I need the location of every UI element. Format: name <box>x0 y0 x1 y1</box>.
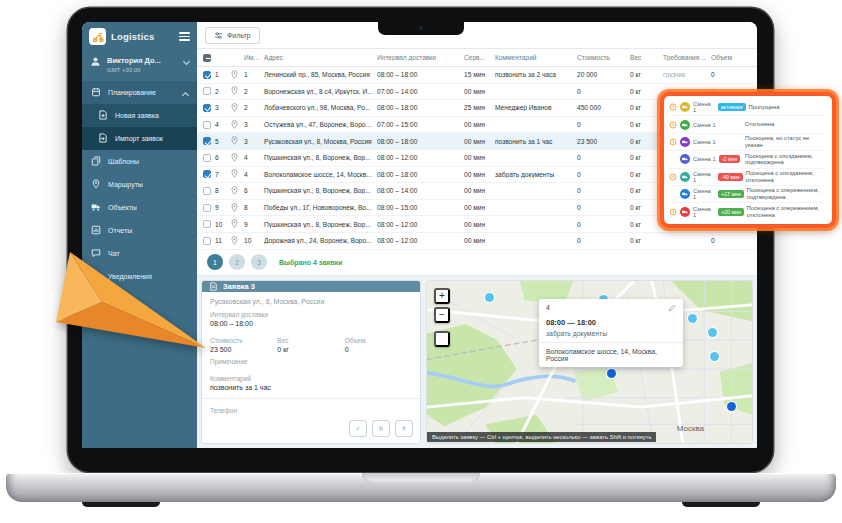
col-interval[interactable]: Интервал доставки <box>377 54 464 61</box>
time-badge: -40 мин <box>718 173 742 181</box>
col-service[interactable]: Серв... <box>464 54 495 61</box>
status-label: Отклонена <box>745 121 827 128</box>
cell-address: Пушкинская ул., 8, Воронеж, Вор... <box>264 154 377 161</box>
copy-button[interactable] <box>372 420 390 437</box>
map-marker-light[interactable] <box>708 328 717 337</box>
col-cost[interactable]: Стоимость <box>577 54 630 61</box>
row-checkbox[interactable] <box>203 237 211 245</box>
table-row[interactable]: 11 10 Дорожная ул., 24, Воронеж, Воро...… <box>197 233 757 250</box>
row-checkbox[interactable] <box>203 87 211 95</box>
cell-weight: 0 кг <box>630 71 663 78</box>
row-number: 1 <box>215 71 219 78</box>
col-weight[interactable]: Вес <box>630 54 663 61</box>
row-checkbox[interactable] <box>203 220 211 228</box>
user-timezone: GMT +03:00 <box>107 67 161 73</box>
cell-name: 4 <box>244 171 264 178</box>
cell-cost: 20 000 <box>577 71 630 78</box>
laptop-base <box>6 473 836 502</box>
page-button-2[interactable]: 2 <box>229 254 245 270</box>
col-requirements[interactable]: Требования ... <box>663 54 711 61</box>
cell-weight: 0 кг <box>630 221 663 228</box>
sidebar-item-reports[interactable]: Отчеты <box>82 219 197 242</box>
status-label: Посещена с опозданием, подтверждена <box>745 153 827 166</box>
map-marker-dark[interactable] <box>727 402 736 411</box>
map[interactable]: + − 4 08:00 — 18:00 забрать документ <box>426 280 753 444</box>
user-menu[interactable]: Виктория До... GMT +03:00 <box>82 52 197 81</box>
cell-interval: 08:00 – 18:00 <box>377 104 464 111</box>
row-checkbox[interactable] <box>203 170 211 178</box>
row-checkbox[interactable] <box>203 137 211 145</box>
row-checkbox[interactable] <box>203 104 211 112</box>
cell-service: 00 мин <box>464 204 495 211</box>
cell-address: Пушкинская ул., 8, Воронеж, Вор... <box>264 187 377 194</box>
cell-interval: 08:00 – 14:00 <box>377 187 464 194</box>
vehicle-icon <box>680 137 690 147</box>
fullscreen-button[interactable] <box>434 331 450 347</box>
comment-label: Комментарий <box>210 375 412 382</box>
row-checkbox[interactable] <box>203 71 211 79</box>
row-checkbox[interactable] <box>203 204 211 212</box>
laptop-frame: Logistics Виктория До... GMT +03:00 План… <box>68 8 773 472</box>
cell-interval: 08:00 – 12:00 <box>377 154 464 161</box>
cell-weight: 0 кг <box>630 171 663 178</box>
sidebar-item-objects[interactable]: Объекты <box>82 196 197 219</box>
sidebar: Logistics Виктория До... GMT +03:00 План… <box>82 22 197 448</box>
sidebar-item-import-requests[interactable]: Импорт заявок <box>82 127 197 150</box>
row-checkbox[interactable] <box>203 121 211 129</box>
table-header: Имя ↑1 Адрес Интервал доставки Серв... К… <box>197 49 757 67</box>
map-marker-light[interactable] <box>710 352 719 361</box>
map-marker-light[interactable] <box>485 293 494 302</box>
cell-comment: позвонить за 1 час <box>495 138 577 145</box>
map-marker-dark[interactable] <box>607 369 616 378</box>
cell-interval: 07:00 – 14:00 <box>377 88 464 95</box>
cell-name: 4 <box>244 154 264 161</box>
sidebar-item-templates[interactable]: Шаблоны <box>82 150 197 173</box>
tooltip-edit-button[interactable] <box>668 304 676 313</box>
toolbar: Фильтр <box>197 22 757 49</box>
sidebar-item-new-request[interactable]: Новая заявка <box>82 104 197 127</box>
vehicle-icon <box>680 207 690 217</box>
cell-cost: 0 <box>577 121 630 128</box>
filter-button[interactable]: Фильтр <box>205 27 260 44</box>
row-checkbox[interactable] <box>203 187 211 195</box>
col-comment[interactable]: Комментарий <box>495 54 577 61</box>
cell-service: 00 мин <box>464 154 495 161</box>
page-button-3[interactable]: 3 <box>251 254 267 270</box>
sidebar-item-routes[interactable]: Маршруты <box>82 173 197 196</box>
row-number: 8 <box>215 187 219 194</box>
decorative-arrow-cursor <box>48 248 213 358</box>
scene: Logistics Виктория До... GMT +03:00 План… <box>0 0 842 523</box>
clock-icon <box>669 173 677 181</box>
cell-name: 1 <box>244 71 264 78</box>
table-row[interactable]: 1 1 Ленинский пр., 85, Москва, Россия 08… <box>197 67 757 84</box>
cell-weight: 0 кг <box>630 154 663 161</box>
col-name[interactable]: Имя ↑1 <box>244 54 264 61</box>
select-all-checkbox[interactable] <box>203 54 211 62</box>
cell-name: 3 <box>244 138 264 145</box>
cell-address: Русаковская ул., 8, Москва, Россия <box>264 138 377 145</box>
cell-weight: 0 кг <box>630 104 663 111</box>
time-badge: -2 мин <box>719 155 740 163</box>
pin-icon <box>231 203 244 213</box>
cell-name: 10 <box>244 237 264 244</box>
zoom-in-button[interactable]: + <box>434 288 450 304</box>
selected-count: Выбрано 4 заявки <box>279 259 342 266</box>
clock-icon <box>669 138 677 146</box>
shift-label: Смена 1 <box>693 122 716 128</box>
row-checkbox[interactable] <box>203 154 211 162</box>
zoom-out-button[interactable]: − <box>434 307 450 323</box>
col-volume[interactable]: Объем <box>711 54 745 61</box>
cell-name: 2 <box>244 88 264 95</box>
cell-name: 9 <box>244 221 264 228</box>
cell-weight: 0 кг <box>630 187 663 194</box>
menu-icon[interactable] <box>179 32 190 41</box>
delete-button[interactable] <box>395 420 413 437</box>
edit-button[interactable] <box>349 420 367 437</box>
cell-comment: забрать документы <box>495 171 577 178</box>
col-address[interactable]: Адрес <box>264 54 377 61</box>
legend-row: Смена 1 Посещена, но статус не указан <box>669 134 827 151</box>
cell-interval: 08:00 – 18:00 <box>377 171 464 178</box>
sidebar-item-planning[interactable]: Планирование <box>82 81 197 104</box>
cell-address: Дорожная ул., 24, Воронеж, Воро... <box>264 237 377 244</box>
map-marker-light[interactable] <box>688 314 697 323</box>
